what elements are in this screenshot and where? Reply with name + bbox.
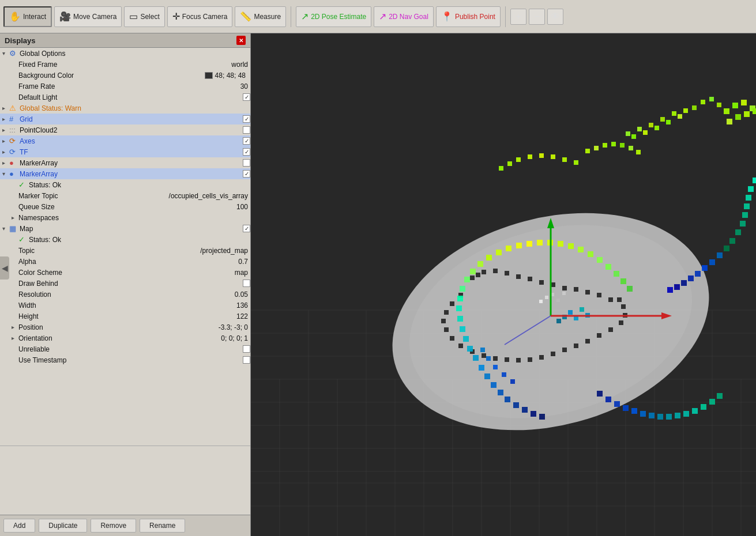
svg-rect-50: [458, 344, 463, 348]
checkbox[interactable]: [243, 280, 250, 287]
focus-camera-button[interactable]: ✛ Focus Camera: [167, 6, 233, 27]
svg-rect-108: [597, 391, 603, 397]
expand-arrow[interactable]: ▸: [12, 335, 18, 341]
checkbox[interactable]: [243, 225, 250, 232]
svg-rect-162: [539, 153, 544, 158]
expand-arrow[interactable]: ▸: [2, 138, 9, 144]
item-value: 0.05: [235, 290, 250, 299]
expand-arrow[interactable]: ▸: [2, 105, 9, 111]
tree-row-unreliable[interactable]: Unreliable: [0, 344, 250, 354]
tree-row-grid[interactable]: ▸#Grid: [0, 114, 250, 124]
nav-goal-button[interactable]: ↗ 2D Nav Goal: [374, 6, 434, 27]
svg-rect-177: [486, 356, 491, 361]
checkbox[interactable]: [243, 159, 250, 167]
color-swatch-value[interactable]: 48; 48; 48: [205, 71, 250, 80]
expand-arrow[interactable]: ▾: [2, 171, 9, 177]
publish-point-button[interactable]: 📍 Publish Point: [436, 6, 501, 27]
remove-button[interactable]: Remove: [91, 519, 136, 533]
zoom-out-button[interactable]: −: [529, 9, 545, 25]
tree-row-map[interactable]: ▾▦Map: [0, 223, 250, 234]
duplicate-button[interactable]: Duplicate: [39, 519, 87, 533]
tree-row-axes[interactable]: ▸⟳Axes: [0, 135, 250, 146]
expand-arrow[interactable]: ▸: [12, 324, 18, 330]
svg-rect-97: [735, 229, 741, 235]
rename-button[interactable]: Rename: [140, 519, 185, 533]
view-button[interactable]: 👁: [547, 9, 563, 25]
svg-rect-48: [444, 327, 449, 332]
tree-row-alpha[interactable]: Alpha0.7: [0, 256, 250, 267]
3d-viewport[interactable]: [251, 33, 756, 536]
expand-arrow[interactable]: ▸: [12, 214, 18, 221]
expand-arrow[interactable]: ▸: [2, 149, 9, 155]
tree-row-global-options[interactable]: ▾⚙Global Options: [0, 48, 250, 59]
svg-rect-157: [620, 278, 626, 284]
expand-arrow[interactable]: ▸: [2, 116, 9, 122]
collapse-panel-button[interactable]: ◀: [0, 256, 9, 280]
svg-rect-140: [464, 277, 470, 282]
item-icon: ⟳: [9, 137, 18, 145]
expand-arrow[interactable]: ▾: [2, 225, 9, 232]
tree-row-status-ok[interactable]: ✓Status: Ok: [0, 179, 250, 190]
svg-rect-56: [528, 357, 532, 362]
tree-row-background-color[interactable]: Background Color48; 48; 48: [0, 70, 250, 81]
tree-row-position[interactable]: ▸Position-3.3; -3; 0: [0, 322, 250, 333]
tree-row-draw-behind[interactable]: Draw Behind: [0, 278, 250, 289]
tree-row-topic[interactable]: Topic/projected_map: [0, 245, 250, 256]
checkbox[interactable]: [243, 126, 250, 134]
tree-row-map-status-ok[interactable]: ✓Status: Ok: [0, 234, 250, 245]
interact-button[interactable]: ✋ Interact: [3, 6, 52, 27]
tree-row-color-scheme[interactable]: Color Schememap: [0, 267, 250, 278]
svg-rect-145: [506, 246, 511, 251]
checkbox[interactable]: [243, 93, 250, 101]
tree-row-marker-topic[interactable]: Marker Topic/occupied_cells_vis_array: [0, 190, 250, 201]
tree-row-orientation[interactable]: ▸Orientation0; 0; 0; 1: [0, 333, 250, 344]
svg-rect-55: [516, 358, 521, 363]
tree-row-markerarray2[interactable]: ▾●MarkerArray: [0, 168, 250, 179]
svg-rect-155: [605, 264, 611, 270]
tree-row-global-status[interactable]: ▸⚠Global Status: Warn: [0, 103, 250, 114]
expand-arrow[interactable]: ▾: [2, 50, 9, 56]
add-button[interactable]: Add: [3, 519, 35, 533]
tree-row-fixed-frame[interactable]: Fixed Frameworld: [0, 59, 250, 70]
tree-row-width[interactable]: Width136: [0, 300, 250, 311]
select-button[interactable]: ▭ Select: [124, 6, 164, 27]
checkbox[interactable]: [243, 356, 250, 364]
tree-row-pointcloud2[interactable]: ▸:::PointCloud2: [0, 124, 250, 135]
tree-row-tf[interactable]: ▸⟳TF: [0, 146, 250, 157]
expand-arrow[interactable]: ▸: [2, 160, 9, 166]
svg-rect-101: [709, 259, 715, 265]
tree-row-resolution[interactable]: Resolution0.05: [0, 289, 250, 300]
svg-rect-80: [683, 108, 688, 113]
checkbox[interactable]: [243, 137, 250, 145]
tree-row-markerarray1[interactable]: ▸●MarkerArray: [0, 157, 250, 168]
move-camera-label: Move Camera: [73, 13, 116, 21]
item-icon: ⚠: [9, 104, 18, 112]
checkbox[interactable]: [243, 148, 250, 156]
tree-row-default-light[interactable]: Default Light: [0, 92, 250, 103]
tree-row-frame-rate[interactable]: Frame Rate30: [0, 81, 250, 92]
item-label: TF: [20, 148, 243, 156]
tree-row-queue-size[interactable]: Queue Size100: [0, 201, 250, 212]
checkbox[interactable]: [243, 115, 250, 123]
close-displays-button[interactable]: ✕: [236, 36, 246, 45]
item-label: Map: [20, 225, 243, 233]
item-label: Default Light: [18, 93, 243, 101]
tree-row-use-timestamp[interactable]: Use Timestamp: [0, 354, 250, 365]
move-camera-button[interactable]: 🎥 Move Camera: [54, 6, 122, 27]
expand-arrow[interactable]: ▸: [2, 127, 9, 133]
zoom-in-button[interactable]: +: [510, 9, 526, 25]
svg-rect-182: [580, 307, 584, 312]
checkbox[interactable]: [243, 170, 250, 178]
svg-rect-63: [608, 327, 613, 332]
pose-estimate-button[interactable]: ↗ 2D Pose Estimate: [296, 6, 371, 27]
3d-scene: [251, 33, 756, 536]
tree-row-height[interactable]: Height122: [0, 311, 250, 322]
tree-row-namespaces[interactable]: ▸Namespaces: [0, 212, 250, 223]
svg-rect-179: [568, 310, 573, 315]
checkbox[interactable]: [243, 345, 250, 353]
measure-button[interactable]: 📏 Measure: [235, 6, 286, 27]
item-value: 30: [240, 82, 250, 90]
item-icon: ●: [9, 158, 18, 167]
svg-rect-32: [482, 270, 486, 274]
svg-rect-110: [614, 401, 620, 407]
